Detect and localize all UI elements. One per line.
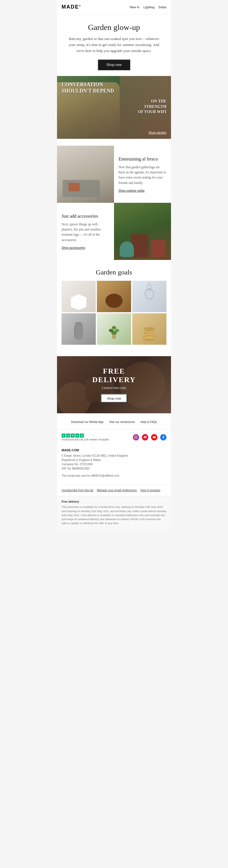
- header: MADE® New In Lighting Sofas: [57, 0, 171, 14]
- instagram-icon[interactable]: [133, 434, 139, 440]
- accessories-content: Just add accessories Next, spruce things…: [57, 203, 114, 260]
- trustpilot-widget: ★ ★ ★ ★ ★ TrustScore 4.3 | 90,229 review…: [62, 434, 109, 441]
- social-links: [133, 434, 166, 440]
- entertaining-content: Entertaining al fresco Now that garden g…: [114, 146, 171, 203]
- address-line4: VAT No 986960523B3: [62, 466, 166, 471]
- plants-image: [114, 203, 171, 260]
- pot-decoration: [71, 294, 87, 310]
- delivery-shop-now-button[interactable]: Shop now: [101, 394, 127, 403]
- address-line3: Company No. 07101459: [62, 462, 166, 466]
- pinterest-icon[interactable]: [142, 434, 148, 440]
- plant-svg: [107, 318, 121, 343]
- address-line2: Registered in England & Wales: [62, 458, 166, 462]
- star-4: ★: [75, 434, 79, 438]
- nav-lighting[interactable]: Lighting: [143, 5, 154, 9]
- svg-point-8: [115, 329, 119, 333]
- svg-rect-15: [135, 436, 137, 439]
- accessories-image: [114, 203, 171, 260]
- svg-point-17: [137, 436, 137, 437]
- garden-goals-title: Garden goals: [62, 269, 166, 276]
- trust-stars: ★ ★ ★ ★ ★: [62, 434, 109, 438]
- entertaining-description: Now that garden gatherings are back on t…: [119, 164, 166, 186]
- vase-svg: [72, 318, 86, 343]
- nav-sofas[interactable]: Sofas: [158, 5, 166, 9]
- mobile-app-link[interactable]: Download our Mobile App: [71, 421, 104, 424]
- address-section: MADE.COM 5 Singer Street, London EC2A 4B…: [57, 445, 171, 485]
- navigation: New In Lighting Sofas: [130, 5, 166, 9]
- delivery-title: FREE DELIVERY: [85, 367, 143, 384]
- site-name: MADE.COM: [62, 448, 166, 452]
- unsubscribe-link[interactable]: Unsubscribe from this list: [62, 489, 93, 492]
- delivery-banner: FREE DELIVERY Limited time only Shop now: [57, 356, 171, 413]
- banner-subheadline: ON THE STRENGTH OF YOUR WIFI: [138, 99, 166, 115]
- star-2: ★: [66, 434, 70, 438]
- sofa-image: [57, 146, 114, 203]
- email-sent-line: This email was sent to etf84b7e@ulffeed.…: [62, 473, 166, 478]
- hero-description: Balcony, garden or that sun-soaked spot …: [66, 36, 162, 54]
- hero-title: Garden glow-up: [66, 23, 162, 32]
- grid-item-basket[interactable]: [132, 313, 166, 345]
- fine-print-section: Free delivery This promotion is availabl…: [57, 496, 171, 531]
- trust-social-row: ★ ★ ★ ★ ★ TrustScore 4.3 | 90,229 review…: [57, 430, 171, 445]
- shop-now-button[interactable]: Shop now: [98, 59, 130, 70]
- star-3: ★: [71, 434, 75, 438]
- grid-item-vase[interactable]: [62, 313, 96, 345]
- address-line1: 5 Singer Street, London EC2A 4BQ, United…: [62, 454, 166, 458]
- accessories-title: Just add accessories: [62, 214, 109, 219]
- svg-point-16: [136, 437, 137, 438]
- entertaining-title: Entertaining al fresco: [119, 157, 166, 162]
- logo: MADE®: [62, 4, 81, 10]
- fine-print-heading: Free delivery: [62, 500, 166, 503]
- plant-pot-blue: [120, 241, 134, 257]
- help-faqs-link[interactable]: Help & FAQs: [141, 421, 157, 424]
- delivery-subtitle: Limited time only: [85, 386, 143, 390]
- grid-item-table[interactable]: [97, 281, 131, 312]
- entertaining-image: [57, 146, 114, 203]
- star-1: ★: [62, 434, 66, 438]
- shop-accessories-link[interactable]: Shop accessories: [62, 246, 109, 249]
- product-grid: [62, 281, 166, 345]
- hero-section: Garden glow-up Balcony, garden or that s…: [57, 14, 171, 76]
- banner-shop-link[interactable]: Shop garden: [149, 131, 166, 134]
- plant-pot-small: [151, 240, 165, 257]
- grid-item-chair[interactable]: [132, 281, 166, 312]
- accessories-description: Next, spruce things up with planters, fi…: [62, 222, 109, 243]
- svg-line-1: [149, 283, 152, 288]
- grid-item-pot[interactable]: [62, 281, 96, 312]
- shop-outdoor-sofas-link[interactable]: Shop outdoor sofas: [119, 189, 166, 192]
- banner-headline: CONVERSATION SHOULDN'T DEPEND: [62, 82, 114, 94]
- svg-point-11: [144, 327, 155, 331]
- manage-preferences-link[interactable]: Manage your email preferences: [97, 489, 137, 492]
- banner-background: CONVERSATION SHOULDN'T DEPEND ON THE STR…: [57, 76, 171, 139]
- delivery-text: FREE DELIVERY Limited time only Shop now: [85, 367, 143, 403]
- view-browser-link[interactable]: View in browser: [140, 489, 160, 492]
- unsubscribe-section: Unsubscribe from this list Manage your e…: [57, 485, 171, 496]
- showrooms-link[interactable]: Visit our showrooms: [109, 421, 135, 424]
- star-5: ★: [80, 434, 84, 438]
- basket-svg: [142, 322, 157, 343]
- grid-item-plant[interactable]: [97, 313, 131, 345]
- nav-new-in[interactable]: New In: [130, 5, 139, 9]
- entertaining-section: Entertaining al fresco Now that garden g…: [57, 146, 171, 203]
- table-top: [106, 293, 122, 308]
- svg-point-2: [145, 289, 154, 299]
- garden-goals-section: Garden goals: [57, 260, 171, 350]
- sent-to-email: etf84b7e@ulffeed.com: [91, 474, 119, 477]
- facebook-icon[interactable]: [160, 434, 166, 440]
- fine-print-text: This promotion is available for a limite…: [62, 505, 166, 525]
- campaign-banner: CONVERSATION SHOULDN'T DEPEND ON THE STR…: [57, 76, 171, 139]
- svg-line-0: [147, 283, 149, 288]
- accessories-section: Just add accessories Next, spruce things…: [57, 203, 171, 260]
- cushion-shape: [68, 183, 80, 191]
- trust-score-text: TrustScore 4.3 | 90,229 reviews Trustpil…: [62, 438, 109, 441]
- svg-point-9: [112, 326, 116, 330]
- svg-point-7: [109, 329, 114, 333]
- footer-links: Download our Mobile App Visit our showro…: [57, 414, 171, 430]
- chair-svg: [142, 282, 156, 308]
- youtube-icon[interactable]: [151, 434, 157, 440]
